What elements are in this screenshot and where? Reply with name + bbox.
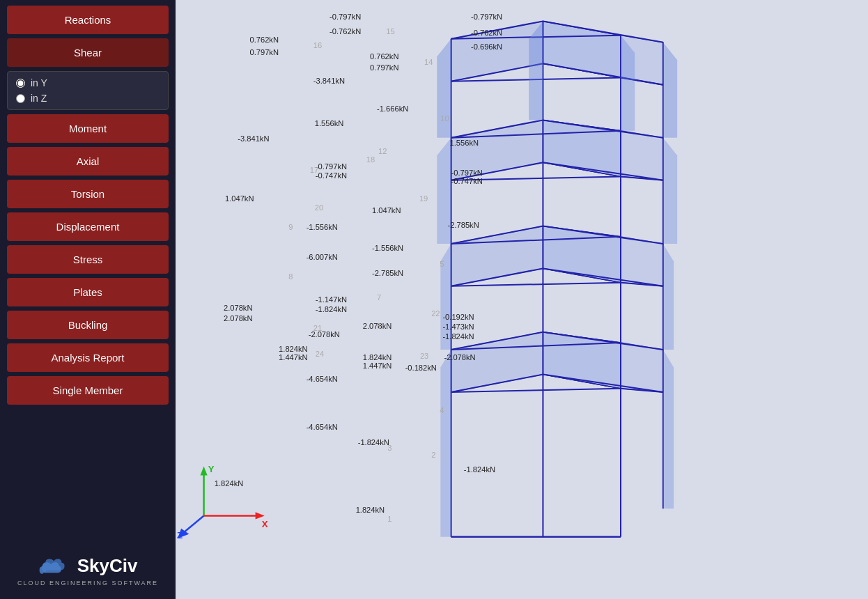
- svg-text:-4.654kN: -4.654kN: [307, 423, 338, 431]
- svg-text:-4.654kN: -4.654kN: [307, 375, 338, 383]
- sidebar: Reactions Shear in Y in Z Moment Axial T…: [0, 0, 176, 599]
- svg-text:14: 14: [424, 58, 433, 66]
- svg-text:1.824kN: 1.824kN: [356, 506, 385, 514]
- svg-text:0.762kN: 0.762kN: [250, 36, 279, 44]
- svg-text:18: 18: [366, 155, 375, 164]
- svg-text:-1.473kN: -1.473kN: [442, 322, 474, 331]
- svg-text:-1.556kN: -1.556kN: [372, 244, 403, 252]
- svg-text:5: 5: [440, 260, 444, 268]
- displacement-button[interactable]: Displacement: [7, 212, 169, 241]
- svg-text:-1.824kN: -1.824kN: [316, 305, 347, 313]
- svg-text:-0.747kN: -0.747kN: [316, 171, 347, 180]
- skyciv-subtitle: CLOUD ENGINEERING SOFTWARE: [17, 579, 158, 586]
- svg-text:-0.797kN: -0.797kN: [330, 13, 361, 21]
- svg-text:8: 8: [288, 272, 293, 281]
- svg-text:-1.147kN: -1.147kN: [316, 295, 347, 304]
- single-member-button[interactable]: Single Member: [7, 376, 169, 405]
- svg-text:0.762kN: 0.762kN: [370, 52, 399, 61]
- main-diagram-area: -0.797kN -0.762kN 0.762kN 0.797kN -0.797…: [176, 0, 868, 599]
- skyciv-cloud-icon: [38, 554, 72, 577]
- radio-in-z[interactable]: in Z: [16, 93, 160, 104]
- svg-text:-1.824kN: -1.824kN: [442, 332, 474, 341]
- plates-button[interactable]: Plates: [7, 278, 169, 306]
- svg-text:24: 24: [316, 350, 324, 358]
- svg-rect-0: [176, 0, 868, 599]
- svg-text:1.824kN: 1.824kN: [215, 479, 244, 488]
- svg-text:-0.797kN: -0.797kN: [316, 162, 347, 171]
- svg-text:23: 23: [420, 352, 428, 360]
- svg-text:19: 19: [419, 194, 428, 203]
- svg-text:3: 3: [387, 444, 392, 452]
- svg-marker-59: [663, 350, 674, 508]
- svg-text:-0.696kN: -0.696kN: [471, 42, 502, 51]
- svg-text:15: 15: [386, 27, 394, 36]
- svg-text:4: 4: [440, 406, 444, 414]
- svg-text:-0.797kN: -0.797kN: [471, 13, 502, 21]
- svg-text:-0.182kN: -0.182kN: [405, 364, 437, 372]
- svg-text:7: 7: [377, 293, 381, 302]
- radio-in-y[interactable]: in Y: [16, 77, 160, 88]
- svg-text:-0.762kN: -0.762kN: [471, 29, 502, 37]
- svg-text:1.047kN: 1.047kN: [372, 206, 401, 215]
- svg-text:22: 22: [431, 309, 440, 318]
- svg-text:1.047kN: 1.047kN: [225, 194, 254, 203]
- svg-text:-3.841kN: -3.841kN: [313, 77, 345, 85]
- axial-button[interactable]: Axial: [7, 147, 169, 176]
- svg-text:1.556kN: 1.556kN: [315, 119, 344, 127]
- shear-radio-group: in Y in Z: [7, 71, 169, 110]
- analysis-report-button[interactable]: Analysis Report: [7, 343, 169, 372]
- reactions-button[interactable]: Reactions: [7, 6, 169, 34]
- svg-text:-1.666kN: -1.666kN: [377, 104, 408, 113]
- svg-text:1: 1: [387, 515, 392, 523]
- svg-text:-3.841kN: -3.841kN: [238, 134, 269, 143]
- svg-text:Z: Z: [177, 530, 183, 540]
- svg-text:-0.797kN: -0.797kN: [451, 169, 483, 177]
- svg-text:1.447kN: 1.447kN: [363, 361, 392, 370]
- stress-button[interactable]: Stress: [7, 245, 169, 274]
- svg-text:-2.785kN: -2.785kN: [448, 221, 479, 229]
- svg-text:17: 17: [310, 166, 318, 174]
- svg-text:-1.824kN: -1.824kN: [358, 438, 389, 446]
- svg-text:10: 10: [440, 114, 449, 123]
- svg-text:-1.824kN: -1.824kN: [464, 465, 495, 474]
- svg-text:-1.556kN: -1.556kN: [307, 223, 338, 231]
- moment-button[interactable]: Moment: [7, 114, 169, 143]
- svg-marker-57: [663, 138, 677, 244]
- svg-text:Y: Y: [208, 464, 215, 474]
- svg-text:-0.192kN: -0.192kN: [442, 313, 474, 321]
- buckling-button[interactable]: Buckling: [7, 311, 169, 339]
- svg-text:20: 20: [315, 203, 323, 212]
- svg-text:21: 21: [313, 324, 322, 332]
- svg-text:12: 12: [378, 147, 387, 155]
- svg-text:-2.078kN: -2.078kN: [444, 353, 475, 361]
- torsion-button[interactable]: Torsion: [7, 180, 169, 208]
- svg-marker-58: [663, 244, 674, 350]
- svg-text:0.797kN: 0.797kN: [250, 48, 279, 56]
- svg-text:2.078kN: 2.078kN: [224, 314, 253, 322]
- structural-diagram[interactable]: -0.797kN -0.762kN 0.762kN 0.797kN -0.797…: [176, 0, 868, 599]
- svg-text:-0.762kN: -0.762kN: [330, 27, 361, 36]
- svg-text:6: 6: [377, 322, 381, 330]
- svg-text:1.824kN: 1.824kN: [279, 345, 308, 353]
- shear-button[interactable]: Shear: [7, 38, 169, 67]
- svg-text:-0.747kN: -0.747kN: [451, 177, 483, 185]
- skyciv-brand-name: SkyCiv: [77, 555, 138, 577]
- svg-text:16: 16: [313, 41, 322, 49]
- svg-text:-2.785kN: -2.785kN: [372, 269, 403, 277]
- svg-text:9: 9: [288, 223, 293, 231]
- svg-text:X: X: [262, 519, 268, 529]
- svg-text:2: 2: [431, 451, 435, 459]
- svg-text:1.447kN: 1.447kN: [279, 353, 308, 361]
- svg-text:1.824kN: 1.824kN: [363, 353, 392, 361]
- svg-text:-6.007kN: -6.007kN: [307, 253, 338, 261]
- svg-text:1.556kN: 1.556kN: [450, 139, 479, 147]
- svg-marker-55: [440, 350, 451, 537]
- svg-text:0.797kN: 0.797kN: [370, 63, 399, 72]
- skyciv-logo: SkyCiv CLOUD ENGINEERING SOFTWARE: [7, 547, 169, 593]
- svg-text:2.078kN: 2.078kN: [224, 304, 253, 312]
